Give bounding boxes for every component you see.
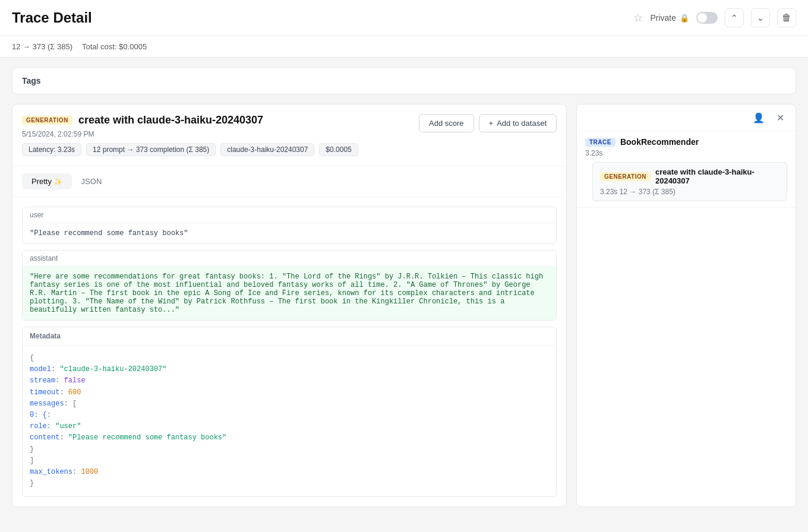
tab-pretty[interactable]: Pretty ✨ xyxy=(22,173,72,189)
add-dataset-button[interactable]: + Add to dataset xyxy=(479,114,557,132)
trace-badge: TRACE xyxy=(585,138,616,147)
metadata-title: Metadata xyxy=(23,327,556,346)
top-bar: Trace Detail ☆ Private 🔒 ⌃ ⌄ 🗑 xyxy=(0,0,808,36)
gen-meta-tags: Latency: 3.23s 12 prompt → 373 completio… xyxy=(22,143,358,156)
token-info: 12 → 373 (Σ 385) xyxy=(12,42,72,51)
add-score-button[interactable]: Add score xyxy=(419,114,474,132)
right-panel: 👤 ✕ TRACE BookRecommender 3.23s GENERATI… xyxy=(576,104,796,507)
content-area: user "Please recommend some fantasy book… xyxy=(12,197,566,506)
cost-tag: $0.0005 xyxy=(319,143,358,156)
generation-title: create with claude-3-haiku-20240307 xyxy=(78,114,263,126)
delete-button[interactable]: 🗑 xyxy=(777,8,796,27)
assistant-message-content: "Here are some recommendations for great… xyxy=(23,267,556,320)
right-panel-header: 👤 ✕ xyxy=(577,104,796,131)
private-toggle[interactable] xyxy=(696,12,718,24)
trace-item: TRACE BookRecommender 3.23s GENERATION c… xyxy=(577,131,796,208)
tokens-tag: 12 prompt → 373 completion (Σ 385) xyxy=(86,143,216,156)
cost-info: Total cost: $0.0005 xyxy=(82,42,147,51)
trace-name: BookRecommender xyxy=(620,137,699,147)
generation-header-right: Add score + Add to dataset xyxy=(419,114,557,132)
nav-down-button[interactable]: ⌄ xyxy=(751,8,770,27)
generation-sub-item[interactable]: GENERATION create with claude-3-haiku-20… xyxy=(592,162,787,201)
left-panel: GENERATION create with claude-3-haiku-20… xyxy=(12,104,567,507)
generation-header-left: GENERATION create with claude-3-haiku-20… xyxy=(22,114,358,156)
top-bar-actions: ☆ Private 🔒 ⌃ ⌄ 🗑 xyxy=(633,8,796,27)
page-title: Trace Detail xyxy=(12,10,92,26)
generation-badge: GENERATION xyxy=(22,116,72,125)
gen-sub-meta: 3.23s 12 → 373 (Σ 385) xyxy=(600,188,779,196)
subheader: 12 → 373 (Σ 385) Total cost: $0.0005 xyxy=(0,36,808,58)
metadata-content: { model: "claude-3-haiku-20240307" strea… xyxy=(23,346,556,496)
generation-datetime: 5/15/2024, 2:02:59 PM xyxy=(22,130,358,138)
rp-close-icon[interactable]: ✕ xyxy=(772,109,788,126)
plus-icon: + xyxy=(489,119,494,128)
tab-json[interactable]: JSON xyxy=(72,173,112,189)
view-tabs: Pretty ✨ JSON xyxy=(12,166,566,197)
trace-item-header: TRACE BookRecommender xyxy=(585,137,787,147)
nav-up-button[interactable]: ⌃ xyxy=(725,8,744,27)
gen-sub-header: GENERATION create with claude-3-haiku-20… xyxy=(600,167,779,185)
tags-title: Tags xyxy=(22,76,41,86)
assistant-role-label: assistant xyxy=(23,251,556,267)
metadata-block: Metadata { model: "claude-3-haiku-202403… xyxy=(22,327,557,497)
generation-header: GENERATION create with claude-3-haiku-20… xyxy=(12,104,566,166)
gen-badge-sub: GENERATION xyxy=(600,172,651,181)
user-message-content: "Please recommend some fantasy books" xyxy=(23,223,556,243)
sparkle-icon: ✨ xyxy=(54,178,62,185)
lock-icon: 🔒 xyxy=(680,14,689,23)
gen-sub-title: create with claude-3-haiku-20240307 xyxy=(655,167,779,185)
trace-time: 3.23s xyxy=(585,149,787,157)
latency-tag: Latency: 3.23s xyxy=(22,143,81,156)
private-label: Private 🔒 xyxy=(650,13,689,23)
main-content: GENERATION create with claude-3-haiku-20… xyxy=(12,104,796,507)
user-message-block: user "Please recommend some fantasy book… xyxy=(22,207,557,244)
tags-section: Tags xyxy=(12,67,796,94)
assistant-message-block: assistant "Here are some recommendations… xyxy=(22,250,557,321)
star-icon[interactable]: ☆ xyxy=(633,11,643,24)
user-role-label: user xyxy=(23,207,556,223)
rp-person-icon[interactable]: 👤 xyxy=(750,109,767,126)
model-tag: claude-3-haiku-20240307 xyxy=(220,143,314,156)
generation-header-title: GENERATION create with claude-3-haiku-20… xyxy=(22,114,358,126)
